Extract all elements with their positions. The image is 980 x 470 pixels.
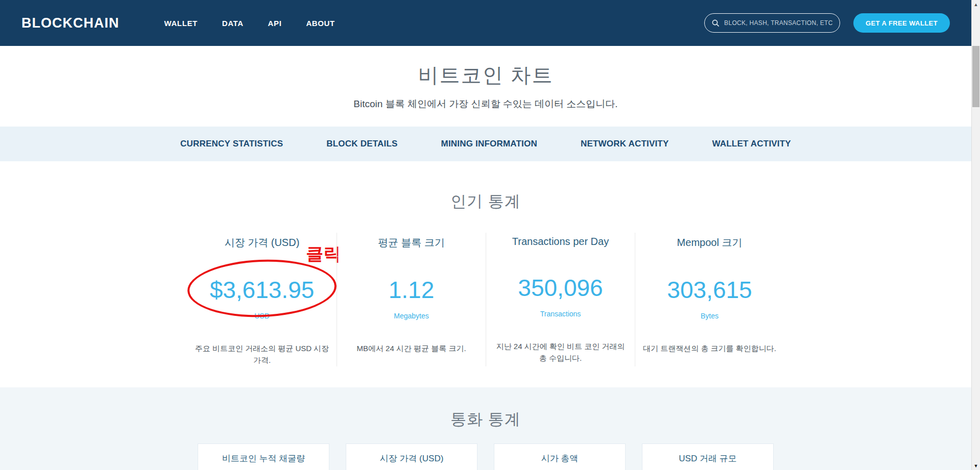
card-usd-trade-volume[interactable]: USD 거래 규모 <box>642 443 774 470</box>
nav-item-api[interactable]: API <box>256 13 294 34</box>
stat-description: 주요 비트코인 거래소의 평균 USD 시장 가격. <box>194 342 330 366</box>
stat-description: 지난 24 시간에 확인 비트 코인 거래의 총 수입니다. <box>492 340 629 364</box>
market-price-value[interactable]: $3,613.95 <box>210 276 315 304</box>
popular-stats-row: 시장 가격 (USD) $3,613.95 클릭 USD 주요 비트코인 거래소… <box>0 233 971 366</box>
card-market-cap[interactable]: 시가 총액 <box>494 443 626 470</box>
nav-item-about[interactable]: ABOUT <box>294 13 347 34</box>
blockchain-logo[interactable]: BLOCKCHAIN <box>21 15 119 31</box>
navbar-right: GET A FREE WALLET <box>704 13 950 33</box>
tab-currency-statistics[interactable]: CURRENCY STATISTICS <box>180 139 283 149</box>
stat-value-wrap: $3,613.95 클릭 <box>210 276 315 304</box>
card-total-bitcoins-mined[interactable]: 비트코인 누적 채굴량 <box>198 443 329 470</box>
stat-label: Transactions per Day <box>492 236 629 248</box>
scroll-up-icon[interactable]: ▲ <box>972 0 980 9</box>
avg-block-size-value: 1.12 <box>389 276 435 304</box>
page: BLOCKCHAIN WALLET DATA API ABOUT GET A F… <box>0 0 971 470</box>
chart-category-tabs: CURRENCY STATISTICS BLOCK DETAILS MINING… <box>0 127 971 161</box>
stat-label: 시장 가격 (USD) <box>194 236 330 250</box>
stat-unit: Bytes <box>641 312 778 320</box>
card-market-price-usd[interactable]: 시장 가격 (USD) <box>346 443 477 470</box>
stat-value-wrap: 303,615 <box>667 276 752 304</box>
nav-item-wallet[interactable]: WALLET <box>152 13 210 34</box>
stat-description: 대기 트랜잭션의 총 크기를 확인합니다. <box>641 342 778 354</box>
currency-stats-section: 통화 통계 비트코인 누적 채굴량 시장 가격 (USD) 시가 총액 USD … <box>0 387 971 470</box>
scroll-down-icon[interactable]: ▼ <box>972 461 980 470</box>
stat-mempool-size: Mempool 크기 303,615 Bytes 대기 트랜잭션의 총 크기를 … <box>635 233 784 366</box>
transactions-per-day-value: 350,096 <box>518 274 603 302</box>
search-icon <box>712 19 720 27</box>
scrollbar-thumb[interactable] <box>972 46 979 107</box>
stat-unit: Transactions <box>492 310 629 318</box>
stat-transactions-per-day: Transactions per Day 350,096 Transaction… <box>486 233 635 366</box>
stat-value-wrap: 1.12 <box>389 276 435 304</box>
top-navbar: BLOCKCHAIN WALLET DATA API ABOUT GET A F… <box>0 0 971 46</box>
tab-network-activity[interactable]: NETWORK ACTIVITY <box>581 139 669 149</box>
stat-avg-block-size: 평균 블록 크기 1.12 Megabytes MB에서 24 시간 평균 블록… <box>337 233 486 366</box>
stat-value-wrap: 350,096 <box>518 274 603 302</box>
search-input[interactable] <box>724 19 832 27</box>
stat-label: Mempool 크기 <box>641 236 778 250</box>
get-free-wallet-button[interactable]: GET A FREE WALLET <box>853 13 950 33</box>
currency-stats-title: 통화 통계 <box>0 409 971 430</box>
tab-mining-information[interactable]: MINING INFORMATION <box>441 139 537 149</box>
stat-unit: USD <box>194 312 330 320</box>
vertical-scrollbar[interactable]: ▲ ▼ <box>971 0 980 470</box>
stat-market-price: 시장 가격 (USD) $3,613.95 클릭 USD 주요 비트코인 거래소… <box>187 233 337 366</box>
nav-menu: WALLET DATA API ABOUT <box>152 13 347 34</box>
popular-stats-title: 인기 통계 <box>0 191 971 212</box>
popular-stats-section: 인기 통계 시장 가격 (USD) $3,613.95 클릭 USD 주요 비트… <box>0 161 971 387</box>
stat-label: 평균 블록 크기 <box>343 236 480 250</box>
page-title: 비트코인 차트 <box>0 61 971 89</box>
tab-wallet-activity[interactable]: WALLET ACTIVITY <box>712 139 791 149</box>
stat-description: MB에서 24 시간 평균 블록 크기. <box>343 342 480 354</box>
tab-block-details[interactable]: BLOCK DETAILS <box>326 139 397 149</box>
stat-unit: Megabytes <box>343 312 480 320</box>
search-box[interactable] <box>704 13 840 33</box>
page-subtitle: Bitcoin 블록 체인에서 가장 신뢰할 수있는 데이터 소스입니다. <box>0 97 971 111</box>
currency-stats-cards: 비트코인 누적 채굴량 시장 가격 (USD) 시가 총액 USD 거래 규모 <box>0 443 971 470</box>
nav-item-data[interactable]: DATA <box>210 13 256 34</box>
hero-section: 비트코인 차트 Bitcoin 블록 체인에서 가장 신뢰할 수있는 데이터 소… <box>0 46 971 127</box>
mempool-size-value: 303,615 <box>667 276 752 304</box>
